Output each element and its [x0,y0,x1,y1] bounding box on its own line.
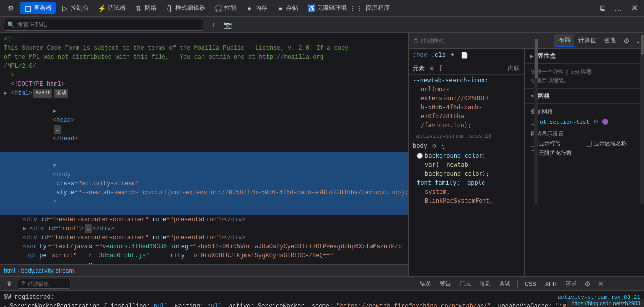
css-filter-input[interactable] [420,37,550,44]
flex-section-content: 选择一个弹性 (Flex) 容器 或项目以继续。 [525,64,644,89]
css-rule-2: _activity-stream.scss:18 body ⚙ { backgr… [409,132,524,207]
code-line-header-container[interactable]: <div id="header-asrouter-container" role… [0,215,408,224]
tab-info[interactable]: 信息 [476,279,494,288]
inline-label: 内联 [508,64,520,73]
dock-button[interactable]: ⧉ [595,1,609,15]
tab-debug[interactable]: 调试 [495,279,514,288]
html-expand-arrow[interactable]: ▶ [4,89,11,98]
code-line-footer-container[interactable]: <div id="footer-asrouter-container" role… [0,233,408,242]
network-icon: ⇅ [135,4,143,12]
code-line-comment1: <!-- [0,35,408,44]
add-rule-button[interactable]: + [448,50,458,60]
breadcrumb: html › body.activity-stream [0,264,408,276]
app-icon: ⋮⋮⋮ [356,4,364,12]
storage-icon: ≡ [276,4,284,12]
code-line-html[interactable]: ▶ <html> event 滚动 [0,89,408,98]
grid-display-settings-subsection: 网格显示设置 显示行号 显示区域名称 [531,130,638,157]
filter-icon: ⚗ [413,37,418,44]
html-tree[interactable]: <!-- This Source Code Form is subject to… [0,33,408,264]
grid-option-area-names: 显示区域名称 [586,140,639,147]
selector-cls[interactable]: .cls [431,52,446,59]
toolbar-storage[interactable]: ≡ 存储 [272,2,302,14]
element-settings-icon[interactable]: ⚙ [427,63,437,73]
toolbar-network[interactable]: ⇅ 网络 [131,2,161,14]
html-search-box: 🔍 [4,19,203,31]
console-settings-btn[interactable]: ⚙ [582,278,594,290]
code-line-comment3: of the MPL was not distributed with this… [0,53,408,62]
tab-css[interactable]: CSS [521,280,540,288]
toolbar-memory[interactable]: ♦ 内存 [241,2,271,14]
console-filter-input[interactable] [27,281,67,287]
code-line-root[interactable]: ▶ <div id="root" > … </div> [0,224,408,233]
toolbar-inspector[interactable]: ◱ 查看器 [20,2,56,14]
tab-errors[interactable]: 错误 [416,279,435,288]
more-button[interactable]: … [611,1,625,15]
memory-icon: ♦ [245,4,253,12]
grid-option-line-numbers: 显示行号 [531,140,584,147]
grid-option-extend-lines: 无限扩充行数 [531,149,584,157]
selector-hov[interactable]: :hov [413,52,427,59]
tab-warnings[interactable]: 警告 [436,279,455,288]
flex-placeholder: 选择一个弹性 (Flex) 容器 或项目以继续。 [531,69,592,83]
overlay-grid-subsection: 叠加网格 ul.section-list ⚙ [531,108,638,126]
toolbar-accessibility[interactable]: ♿ 无障碍环境 [303,2,351,14]
console-content: SW registered: activity-stream.jsx:83:21… [0,291,644,307]
tab-changes[interactable]: 更改 [600,35,620,46]
html-search-input[interactable] [17,21,200,28]
toolbar-performance[interactable]: 🎧 性能 [210,2,240,14]
screenshot-button[interactable]: 📷 [221,19,233,31]
tab-computed[interactable]: 计算值 [574,35,600,46]
console-expand-arrow[interactable]: ▶ [4,303,7,307]
code-line-script[interactable]: <script type="text/javascript" src="vend… [0,242,408,264]
toolbar-console[interactable]: ▷ 控制台 [57,2,93,14]
toolbar-logo[interactable]: ⚙ [3,2,19,14]
toolbar-debugger[interactable]: ⚡ 调试器 [94,2,130,14]
right-content: :hov .cls + 📄 元素 ⚙ { 内联 [409,49,644,276]
code-line-comment4: /MPL/2.0/. [0,62,408,71]
search-icon: 🔍 [7,21,15,28]
code-line-head[interactable]: ▶ <head> … </head> [0,98,408,152]
breadcrumb-html[interactable]: html [4,267,15,274]
tab-logs[interactable]: 日志 [456,279,475,288]
area-names-checkbox[interactable] [586,141,592,147]
body-arrow[interactable]: ▼ [53,161,60,170]
breadcrumb-body[interactable]: body.activity-stream [21,267,74,274]
html-event-badge[interactable]: event [33,89,52,98]
close-button[interactable]: ✕ [627,1,641,15]
code-line-doctype[interactable]: <!DOCTYPE html> [0,80,408,89]
head-collapsed-badge[interactable]: … [54,125,61,134]
console-clear-button[interactable]: 🗑 [4,278,16,290]
root-arrow[interactable]: ▶ [23,224,30,233]
root-collapsed-badge[interactable]: … [85,224,92,233]
console-icon: ▷ [61,4,69,12]
element-label: 元素 [413,64,425,73]
code-line-body[interactable]: ▼ <body class="activity-stream" style="-… [0,152,408,215]
line-numbers-label: 显示行号 [539,140,561,147]
flex-title: 弹性盒 [538,52,556,60]
html-scroll-badge[interactable]: 滚动 [54,89,68,98]
selector-bar: :hov .cls + 📄 [409,49,524,62]
toolbar-style-editor[interactable]: {} 样式编辑器 [161,2,209,14]
console-close-btn[interactable]: ✕ [595,278,607,290]
tab-xhr[interactable]: XHR [541,280,561,288]
grid-section-header[interactable]: ▼ 网格 [525,89,644,104]
main-content-area: <!-- This Source Code Form is subject to… [0,33,644,276]
settings-icon[interactable]: ⚙ [620,35,632,47]
right-panel: ⚗ 布局 计算值 更改 ⚙ ⌄ :hov .cls [409,33,644,276]
add-node-button[interactable]: + [207,19,219,31]
rule-file-button[interactable]: 📄 [460,50,470,60]
toolbar-app[interactable]: ⋮⋮⋮ 应用程序 [352,2,394,14]
tab-requests[interactable]: 请求 [562,279,581,288]
color-swatch[interactable] [417,153,423,159]
console-sw-text: ServiceWorkerRegistration { installing: … [10,302,640,307]
head-arrow[interactable]: ▶ [53,107,60,116]
grid-item-color-dot [602,119,608,125]
flex-section-header[interactable]: ▶ 弹性盒 [525,49,644,64]
html-panel: <!-- This Source Code Form is subject to… [0,33,409,276]
body-settings-icon[interactable]: ⚙ [429,141,439,151]
console-line-1: SW registered: activity-stream.jsx:83:21 [4,293,640,302]
grid-item-settings-icon[interactable]: ⚙ [592,118,599,125]
tab-layout[interactable]: 布局 [554,34,574,47]
ul-section-list-label: ul.section-list [540,119,589,125]
extend-lines-label: 无限扩充行数 [539,149,572,157]
